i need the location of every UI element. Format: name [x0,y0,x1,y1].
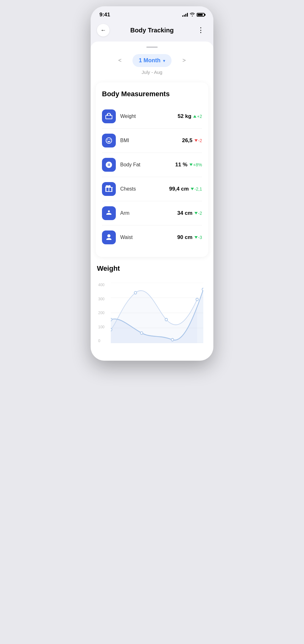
arm-icon [105,209,113,217]
svg-point-11 [171,338,174,341]
bmi-icon [105,137,113,144]
status-icons [182,12,205,17]
period-selector: < 1 Month ▾ > [91,54,213,69]
weight-icon-bg [102,109,116,123]
bodyfat-value: 11 % [175,162,188,168]
down-arrow-icon-2 [191,188,194,190]
svg-point-10 [140,332,143,335]
measurement-item-arm: Arm 34 cm -2 [102,201,202,225]
svg-point-6 [134,291,137,294]
down-arrow-green-icon [189,164,193,166]
waist-change: -3 [194,235,202,240]
weight-value-area: 52 kg +2 [178,113,202,119]
period-dropdown-button[interactable]: 1 Month ▾ [132,54,172,67]
chests-icon [105,185,113,193]
bmi-change: -2 [194,138,202,143]
arm-value: 34 cm [177,210,192,216]
svg-point-7 [165,318,167,321]
wifi-icon [190,12,195,17]
weight-icon [105,113,113,120]
arm-value-area: 34 cm -2 [177,210,202,216]
bmi-value: 26,5 [182,137,192,144]
chart-svg [111,283,203,343]
svg-point-8 [196,298,198,301]
weight-label: Weight [120,114,173,119]
bodyfat-label: Body Fat [120,162,171,168]
phone-frame: 9:41 ← Body Tracking [91,6,213,361]
bodyfat-icon [105,161,113,169]
header: ← Body Tracking ⋮ [91,21,213,42]
back-button[interactable]: ← [97,24,110,36]
chevron-down-icon: ▾ [163,58,165,63]
svg-point-5 [111,328,112,331]
weight-chart-section: Weight 400 300 200 100 0 [91,264,213,361]
measurements-title: Body Measurements [102,90,202,98]
measurement-item-bmi: BMI 26,5 -2 [102,129,202,153]
svg-point-12 [202,288,203,291]
waist-value: 90 cm [177,234,192,241]
next-period-button[interactable]: > [179,56,189,66]
prev-period-button[interactable]: < [115,56,125,66]
svg-point-9 [111,318,112,321]
more-icon: ⋮ [197,26,205,34]
arm-icon-bg [102,206,116,220]
measurement-item-chests: Chests 99,4 cm -2,1 [102,177,202,201]
bmi-icon-bg [102,134,116,147]
waist-icon [105,234,113,241]
chests-value: 99,4 cm [169,186,189,192]
waist-label: Waist [120,235,173,240]
status-bar: 9:41 [91,6,213,21]
drag-handle [146,47,158,48]
arm-label: Arm [120,210,173,216]
bmi-value-area: 26,5 -2 [182,137,202,144]
y-label-0: 0 [98,339,104,343]
battery-icon [197,13,205,17]
y-label-400: 400 [98,283,104,287]
chests-value-area: 99,4 cm -2,1 [169,186,202,192]
up-arrow-icon [193,115,196,118]
measurements-card: Body Measurements Weight 52 kg +2 [96,82,208,257]
y-label-300: 300 [98,297,104,301]
waist-value-area: 90 cm -3 [177,234,202,241]
waist-icon-bg [102,230,116,244]
weight-value: 52 kg [178,113,191,119]
measurement-item-waist: Waist 90 cm -3 [102,225,202,249]
y-label-100: 100 [98,325,104,329]
page-title: Body Tracking [130,27,174,34]
down-arrow-icon-4 [194,236,198,239]
bodyfat-icon-bg [102,158,116,172]
signal-icon [182,13,188,17]
chests-change: -2,1 [191,186,202,192]
chests-icon-bg [102,182,116,196]
weight-change: +2 [193,114,202,119]
measurement-item-bodyfat: Body Fat 11 % +8% [102,153,202,177]
arm-change: -2 [194,211,202,216]
chart-y-labels: 400 300 200 100 0 [98,283,104,343]
bmi-label: BMI [120,138,177,143]
period-label: 1 Month [139,57,160,64]
date-range-label: July - Aug [91,69,213,75]
status-time: 9:41 [99,12,110,18]
down-arrow-red-icon [194,139,198,142]
chests-label: Chests [120,186,165,192]
chart-title: Weight [96,264,208,273]
more-button[interactable]: ⋮ [194,24,207,36]
measurement-item-weight: Weight 52 kg +2 [102,104,202,129]
weight-chart-container: 400 300 200 100 0 [96,278,208,353]
main-content: < 1 Month ▾ > July - Aug Body Measuremen… [91,42,213,361]
bodyfat-value-area: 11 % +8% [175,162,202,168]
down-arrow-icon-3 [194,212,198,214]
y-label-200: 200 [98,311,104,315]
bodyfat-change: +8% [189,162,202,167]
back-arrow-icon: ← [100,27,106,34]
